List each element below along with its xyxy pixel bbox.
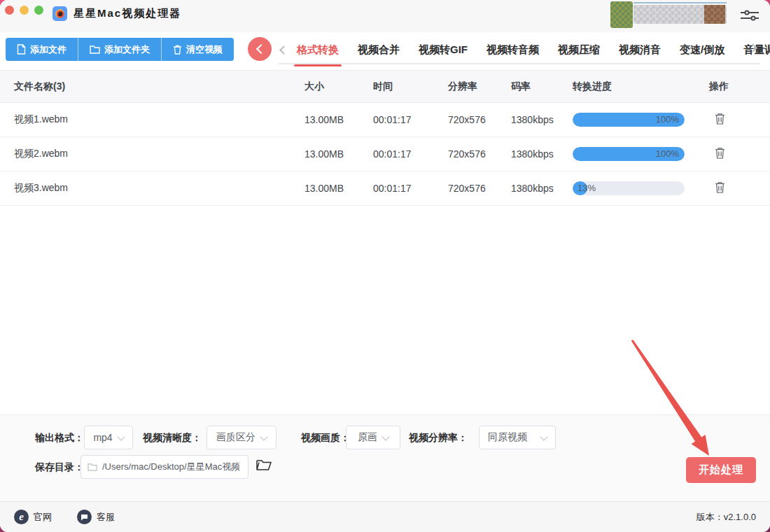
col-resolution: 分辨率 [448, 80, 511, 93]
file-icon [17, 44, 26, 55]
chevron-down-icon [117, 433, 125, 440]
col-duration: 时间 [373, 80, 448, 93]
resolution-label: 视频分辨率： [409, 426, 468, 449]
col-filename: 文件名称(3) [14, 80, 304, 93]
clarity-select[interactable]: 画质区分 [206, 426, 276, 449]
table-header: 文件名称(3) 大小 时间 分辨率 码率 转换进度 操作 [0, 70, 770, 103]
chevron-down-icon [382, 433, 389, 440]
col-progress: 转换进度 [573, 80, 709, 93]
add-folder-button[interactable]: 添加文件夹 [78, 38, 161, 61]
traffic-lights [5, 6, 43, 15]
trash-icon [715, 181, 725, 193]
output-settings-panel: 输出格式： mp4 视频清晰度： 画质区分 视频画质： 原画 视频分辨率： 同原… [0, 414, 770, 502]
tab-strip: 格式转换 视频合并 视频转GIF 视频转音频 视频压缩 视频消音 变速/倒放 音… [279, 36, 760, 64]
file-name: 视频3.webm [14, 182, 304, 195]
tab-video-compress[interactable]: 视频压缩 [558, 43, 600, 65]
trash-icon [715, 147, 725, 159]
clear-videos-button[interactable]: 清空视频 [161, 38, 234, 61]
zoom-window-button[interactable] [34, 6, 43, 15]
tab-video-mute[interactable]: 视频消音 [619, 43, 661, 65]
app-logo-icon [52, 6, 67, 21]
table-row: 视频3.webm 13.00MB 00:01:17 720x576 1380kb… [0, 172, 770, 206]
customer-support-link[interactable]: 客服 [77, 510, 115, 524]
tab-video-to-gif[interactable]: 视频转GIF [419, 43, 468, 65]
add-file-button[interactable]: 添加文件 [6, 38, 78, 61]
progress-bar: 100% [573, 147, 685, 161]
trash-icon [173, 45, 182, 55]
trash-icon [715, 113, 725, 125]
table-row: 视频1.webm 13.00MB 00:01:17 720x576 1380kb… [0, 103, 770, 137]
app-window: 星星Mac视频处理器 添加文件 添加文件夹 清空视频 [0, 0, 770, 532]
progress-bar: 100% [573, 113, 685, 127]
col-size: 大小 [304, 80, 373, 93]
file-name: 视频1.webm [14, 113, 304, 126]
tab-video-merge[interactable]: 视频合并 [358, 43, 400, 65]
delete-row-button[interactable] [713, 146, 727, 162]
tab-format-convert[interactable]: 格式转换 [297, 43, 339, 65]
action-bar: 添加文件 添加文件夹 清空视频 格式转换 视频合并 视频转GIF 视频转音频 视… [0, 36, 770, 64]
file-name: 视频2.webm [14, 148, 304, 160]
output-format-label: 输出格式： [35, 426, 84, 449]
file-table: 文件名称(3) 大小 时间 分辨率 码率 转换进度 操作 视频1.webm 13… [0, 70, 770, 206]
folder-icon [90, 45, 100, 54]
folder-open-icon [256, 458, 272, 471]
tab-speed-reverse[interactable]: 变速/倒放 [680, 43, 724, 65]
minimize-window-button[interactable] [20, 6, 29, 15]
version-text: 版本：v2.1.0.0 [696, 511, 756, 524]
col-bitrate: 码率 [511, 80, 573, 93]
cursor-click-indicator [248, 37, 272, 61]
quality-label: 视频画质： [301, 426, 350, 449]
browser-e-icon: e [14, 510, 29, 524]
blurred-user-name [634, 5, 727, 24]
quality-select[interactable]: 原画 [346, 426, 400, 449]
delete-row-button[interactable] [713, 180, 727, 197]
folder-icon [88, 463, 97, 471]
col-actions: 操作 [709, 80, 756, 93]
tabs-scroll-left[interactable] [279, 47, 287, 53]
chat-bubble-icon [77, 510, 92, 524]
close-window-button[interactable] [5, 6, 14, 15]
save-dir-label: 保存目录： [35, 455, 84, 479]
tabs-scroll-right[interactable] [748, 45, 760, 51]
file-button-group: 添加文件 添加文件夹 清空视频 [6, 38, 234, 61]
settings-sliders-icon[interactable] [740, 8, 760, 22]
progress-bar: 13% [573, 181, 685, 195]
resolution-select[interactable]: 同原视频 [479, 426, 556, 449]
table-row: 视频2.webm 13.00MB 00:01:17 720x576 1380kb… [0, 137, 770, 172]
tab-video-to-audio[interactable]: 视频转音频 [486, 43, 539, 65]
browse-folder-button[interactable] [256, 458, 272, 473]
titlebar: 星星Mac视频处理器 [0, 0, 770, 32]
delete-row-button[interactable] [713, 111, 727, 128]
official-site-link[interactable]: e 官网 [14, 510, 52, 524]
save-dir-input[interactable]: /Users/mac/Desktop/星星Mac视频 [80, 455, 248, 479]
user-avatar[interactable] [610, 1, 633, 28]
output-format-select[interactable]: mp4 [84, 426, 133, 449]
clarity-label: 视频清晰度： [143, 426, 202, 449]
footer-bar: e 官网 客服 版本：v2.1.0.0 [0, 501, 770, 532]
start-processing-button[interactable]: 开始处理 [686, 457, 756, 483]
app-title: 星星Mac视频处理器 [74, 7, 181, 20]
chevron-down-icon [540, 433, 547, 440]
chevron-down-icon [260, 433, 267, 440]
